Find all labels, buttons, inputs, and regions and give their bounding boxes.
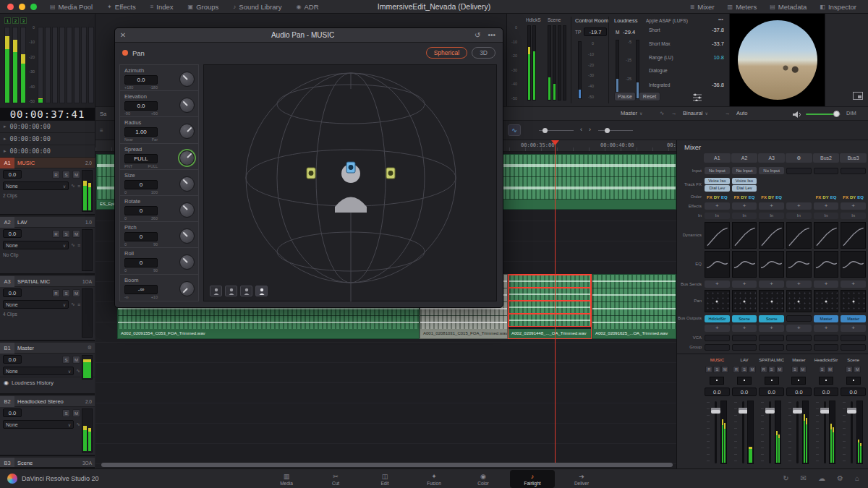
timecode-field[interactable]: 00:00:00:00 xyxy=(10,135,51,142)
main-bus-icon[interactable]: ⚙ xyxy=(786,153,812,163)
cloud-icon[interactable]: ☁ xyxy=(818,474,825,482)
meters-toggle-button[interactable]: ▥Meters xyxy=(722,1,763,12)
settings-gear-icon[interactable]: ⚙ xyxy=(837,474,843,482)
pan-control-elevation[interactable]: Elevation0.0-90+90 xyxy=(120,91,198,117)
page-media[interactable]: ▥Media xyxy=(264,470,309,488)
add-effect-button[interactable]: + xyxy=(786,202,812,210)
size-value-field[interactable]: 0 xyxy=(124,180,158,189)
loudness-history-button[interactable]: ◉ Loudness History xyxy=(0,377,95,388)
add-bus-output-button[interactable]: + xyxy=(732,325,757,332)
meter-options-icon[interactable] xyxy=(692,93,702,101)
insert-in-toggle[interactable]: In xyxy=(841,213,866,219)
add-bus-output-button[interactable]: + xyxy=(759,325,784,332)
process-order[interactable]: FXDYEQ xyxy=(732,195,757,200)
track-fx-plugin[interactable]: Voice Iso xyxy=(705,178,730,184)
fader-value[interactable]: 0.0 xyxy=(841,388,866,396)
vca-slot[interactable] xyxy=(841,335,866,341)
process-order[interactable]: FXDYEQ xyxy=(705,195,730,200)
track-gain-field[interactable]: 0.0 xyxy=(3,229,22,238)
vca-slot[interactable] xyxy=(814,335,839,341)
fader-value[interactable]: 0.0 xyxy=(732,388,757,396)
process-order[interactable]: FXDYEQ xyxy=(759,195,784,200)
monitor-source-dropdown[interactable]: Master∨ xyxy=(621,110,642,116)
plugin-dropdown[interactable]: None∨ xyxy=(3,181,69,190)
eq-graph[interactable] xyxy=(705,251,730,278)
page-color[interactable]: ◉Color xyxy=(461,470,506,488)
boom-knob[interactable] xyxy=(179,281,195,296)
3d-mode-button[interactable]: 3D xyxy=(472,47,495,59)
group-slot[interactable] xyxy=(786,344,812,351)
dim-button[interactable]: DIM xyxy=(846,110,856,116)
insert-in-toggle[interactable]: In xyxy=(814,213,839,219)
pan-enable-toggle[interactable] xyxy=(122,50,128,56)
horizontal-scrollbar[interactable] xyxy=(101,463,673,467)
pan-grid[interactable] xyxy=(705,290,730,312)
speaker-left-icon[interactable] xyxy=(307,168,315,179)
track-gain-field[interactable]: 0.0 xyxy=(3,170,22,179)
input-select[interactable]: No Input xyxy=(705,167,730,174)
clip-foa-4[interactable]: A002_02091625_...OA_Trimmed.wav xyxy=(592,274,676,339)
pan-control-azimuth[interactable]: Azimuth0.0+180-180 xyxy=(120,65,198,91)
zoom-slider-handle[interactable] xyxy=(542,128,548,133)
process-order[interactable]: FXDYEQ xyxy=(841,195,866,200)
index-button[interactable]: ≡Index xyxy=(145,1,179,12)
group-slot[interactable] xyxy=(841,344,866,351)
add-bus-send-button[interactable]: + xyxy=(705,281,730,288)
mixer-channel-header[interactable]: A2 xyxy=(731,153,758,163)
loudness-profile-label[interactable]: Apple ASAF (LUFS) xyxy=(646,18,688,23)
channel-fader[interactable] xyxy=(841,398,866,466)
bus-output-assign[interactable]: Master xyxy=(841,315,866,322)
radius-value-field[interactable]: 1.00 xyxy=(124,127,158,137)
bus-output-assign[interactable]: Scene xyxy=(732,315,757,322)
track-header-music[interactable]: A1 MUSIC 2.0 0.0 R S M None∨ ∿ ≡ 2 Clips xyxy=(0,158,95,215)
automation-icon[interactable]: ≡ xyxy=(77,184,80,189)
loudness-menu-icon[interactable]: ••• xyxy=(718,17,723,22)
solo-button[interactable]: S xyxy=(713,366,720,373)
rotate-value-field[interactable]: 0 xyxy=(124,206,158,215)
strip-pan-widget[interactable] xyxy=(765,377,779,385)
picture-in-picture-icon[interactable] xyxy=(853,92,863,100)
waveform-icon[interactable]: ∿ xyxy=(76,368,80,374)
pan-sphere-viewport[interactable] xyxy=(203,64,497,301)
track-header-lav[interactable]: A2 LAV 1.0 0.0 R S M None∨ ∿ ≡ No Clip xyxy=(0,217,95,275)
mute-button[interactable]: M xyxy=(72,289,80,297)
bus-output-assign[interactable]: Scene xyxy=(759,315,784,322)
track-height-slider[interactable] xyxy=(598,130,633,131)
add-bus-output-button[interactable]: + xyxy=(841,325,866,332)
add-bus-send-button[interactable]: + xyxy=(814,281,839,288)
mixer-toggle-button[interactable]: ≣Mixer xyxy=(684,1,720,12)
timecode-field-row[interactable]: ▸00:00:00:00 xyxy=(0,133,95,145)
fader-value[interactable]: 0.0 xyxy=(814,388,839,396)
pan-grid[interactable] xyxy=(814,290,839,312)
video-viewer[interactable] xyxy=(729,14,825,106)
solo-button[interactable]: S xyxy=(62,230,70,238)
radius-knob[interactable] xyxy=(179,124,195,139)
pause-button[interactable]: Pause xyxy=(614,92,636,101)
speaker-icon[interactable] xyxy=(792,111,801,119)
track-gain-field[interactable]: 0.0 xyxy=(3,288,22,297)
pitch-knob[interactable] xyxy=(179,228,195,244)
page-edit[interactable]: ◫Edit xyxy=(362,470,407,488)
timecode-field[interactable]: 00:00:00:00 xyxy=(10,123,51,130)
track-fx-plugin[interactable]: Dial Lev xyxy=(732,185,757,192)
mute-button[interactable]: M xyxy=(799,366,807,373)
add-effect-button[interactable]: + xyxy=(841,202,866,210)
track-gain-field[interactable]: 0.0 xyxy=(3,355,22,364)
mute-button[interactable]: M xyxy=(749,366,756,373)
elevation-knob[interactable] xyxy=(179,98,195,113)
pan-control-rotate[interactable]: Rotate00360 xyxy=(120,196,198,222)
effects-button[interactable]: ✦Effects xyxy=(101,1,142,12)
eq-graph[interactable] xyxy=(786,251,812,278)
nudge-left-icon[interactable]: ‹ xyxy=(580,126,582,133)
solo-button[interactable]: S xyxy=(62,171,70,179)
vca-slot[interactable] xyxy=(705,335,730,341)
dialog-titlebar[interactable]: ✕ Audio Pan - MUSIC ↺ ••• xyxy=(115,28,503,43)
sound-library-button[interactable]: ♪Sound Library xyxy=(227,1,287,12)
adr-button[interactable]: ◉ADR xyxy=(290,1,324,12)
dynamics-graph[interactable] xyxy=(705,222,730,249)
insert-in-toggle[interactable]: In xyxy=(732,213,757,219)
channel-fader[interactable] xyxy=(732,398,757,466)
track-fx-plugin[interactable]: Dial Lev xyxy=(705,185,730,192)
add-bus-output-button[interactable]: + xyxy=(786,325,812,332)
solo-button[interactable]: S xyxy=(791,366,799,373)
